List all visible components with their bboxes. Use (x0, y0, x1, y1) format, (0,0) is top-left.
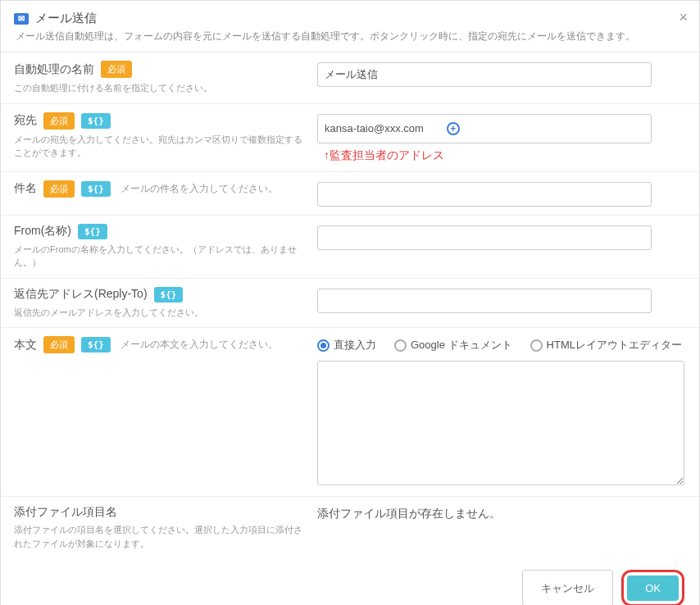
radio-html-editor[interactable]: HTMLレイアウトエディター (530, 338, 682, 353)
name-input[interactable] (317, 62, 652, 87)
radio-html-editor-label: HTMLレイアウトエディター (547, 338, 682, 353)
mail-send-modal: ✉ メール送信 メール送信自動処理は、フォームの内容を元にメールを送信する自動処… (0, 0, 700, 605)
body-type-radios: 直接入力 Google ドキュメント HTMLレイアウトエディター (317, 338, 686, 353)
to-annotation: ↑監査担当者のアドレス (324, 148, 686, 163)
variable-badge[interactable]: ${} (78, 224, 107, 239)
required-badge: 必須 (43, 336, 75, 353)
cancel-button[interactable]: キャンセル (522, 570, 613, 605)
add-recipient-icon[interactable]: + (447, 122, 460, 135)
body-help: メールの本文を入力してください。 (120, 339, 278, 351)
ok-button[interactable]: OK (627, 575, 679, 601)
name-label: 自動処理の名前 (14, 62, 94, 77)
radio-icon (317, 339, 330, 352)
attachment-help: 添付ファイルの項目名を選択してください。選択した入力項目に添付されたファイルが対… (14, 523, 304, 550)
body-label: 本文 (14, 338, 37, 353)
variable-badge[interactable]: ${} (154, 287, 184, 302)
modal-subtitle: メール送信自動処理は、フォームの内容を元にメールを送信する自動処理です。ボタンク… (16, 30, 686, 43)
row-subject: 件名 必須 ${} メールの件名を入力してください。 (1, 172, 699, 216)
ok-highlight-annotation: OK (621, 570, 684, 605)
row-body: 本文 必須 ${} メールの本文を入力してください。 直接入力 Google ド… (1, 328, 699, 497)
radio-google-doc[interactable]: Google ドキュメント (394, 338, 512, 353)
reply-to-input[interactable] (317, 289, 652, 313)
radio-icon (530, 339, 543, 352)
required-badge: 必須 (43, 112, 75, 130)
to-value: kansa-taio@xxx.com (325, 122, 424, 134)
row-reply-to: 返信先アドレス(Reply-To) ${} 返信先のメールアドレスを入力してくだ… (1, 279, 699, 329)
row-from-name: From(名称) ${} メールのFromの名称を入力してください。（アドレスで… (1, 216, 699, 279)
modal-title: メール送信 (35, 11, 97, 26)
attachment-empty-text: 添付ファイル項目が存在しません。 (317, 507, 501, 520)
modal-header: ✉ メール送信 メール送信自動処理は、フォームの内容を元にメールを送信する自動処… (1, 1, 699, 52)
variable-badge[interactable]: ${} (81, 181, 111, 197)
radio-direct[interactable]: 直接入力 (317, 338, 376, 353)
required-badge: 必須 (101, 61, 132, 78)
subject-input[interactable] (317, 182, 652, 207)
reply-to-help: 返信先のメールアドレスを入力してください。 (14, 306, 304, 320)
row-name: 自動処理の名前 必須 この自動処理に付ける名前を指定してください。 (1, 52, 699, 104)
from-name-input[interactable] (317, 225, 652, 250)
radio-icon (394, 339, 407, 352)
row-attachment: 添付ファイル項目名 添付ファイルの項目名を選択してください。選択した入力項目に添… (1, 497, 699, 558)
attachment-label: 添付ファイル項目名 (14, 505, 117, 520)
modal-footer: キャンセル OK (1, 558, 699, 605)
subject-help: メールの件名を入力してください。 (120, 183, 278, 195)
reply-to-label: 返信先アドレス(Reply-To) (14, 287, 148, 302)
mail-icon: ✉ (14, 13, 29, 25)
body-textarea[interactable] (317, 361, 684, 485)
variable-badge[interactable]: ${} (81, 113, 111, 129)
to-help: メールの宛先を入力してください。宛先はカンマ区切りで複数指定することができます。 (14, 133, 304, 160)
to-input-box[interactable]: kansa-taio@xxx.com + (317, 114, 652, 143)
subject-label: 件名 (14, 181, 37, 196)
radio-google-doc-label: Google ドキュメント (411, 338, 512, 353)
required-badge: 必須 (43, 180, 75, 198)
from-name-label: From(名称) (14, 224, 71, 239)
name-help: この自動処理に付ける名前を指定してください。 (14, 81, 304, 95)
variable-badge[interactable]: ${} (81, 337, 111, 353)
form-body: 自動処理の名前 必須 この自動処理に付ける名前を指定してください。 宛先 必須 … (1, 52, 699, 558)
from-name-help: メールのFromの名称を入力してください。（アドレスでは、ありません。） (14, 243, 304, 270)
radio-direct-label: 直接入力 (334, 338, 376, 353)
row-to: 宛先 必須 ${} メールの宛先を入力してください。宛先はカンマ区切りで複数指定… (1, 104, 699, 172)
close-button[interactable]: × (679, 9, 688, 26)
to-label: 宛先 (14, 113, 37, 128)
